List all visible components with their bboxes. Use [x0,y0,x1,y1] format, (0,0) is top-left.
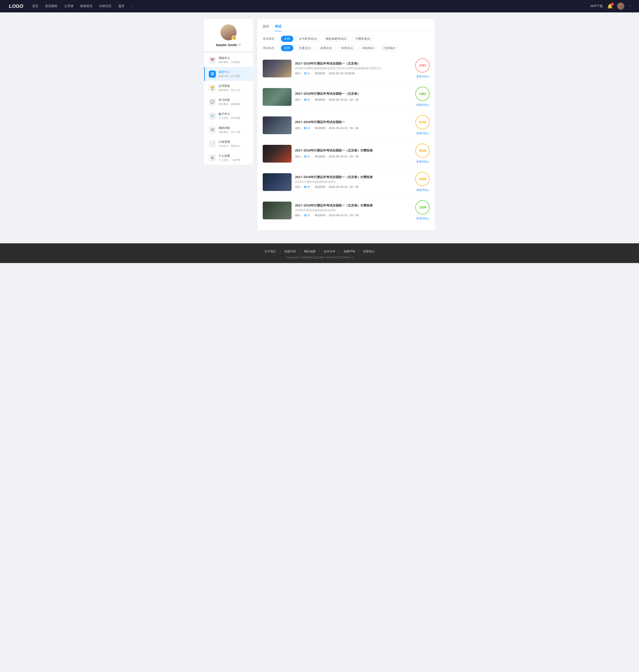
course-center-icon: 📅 [209,57,216,64]
footer-link-sitemap[interactable]: 网站地图 [300,250,320,254]
sidebar-nav: 📅 课程中心 精彩课程，不容错过 ☰ 题库中心 海量习题，助力通关 🏆 证书荣誉… [204,53,253,165]
score-unit: 分 [308,98,310,101]
exam-status-filter-row: 考试状态 全部 已通过(2) 未通过(2) 待考试(2) 待批阅(2) 已批阅(… [263,45,430,51]
messages-icon: 🗨 [209,126,216,133]
score-label: 得分： [295,72,303,75]
sidebar-item-account[interactable]: 💎 账户中心 个人权益，实时掌握 [204,109,253,123]
exam-status-label: 考试状态 [263,46,278,50]
nav-link-bank[interactable]: 题库 [118,4,124,8]
time-value: 2019–05–03 10：09：09 [329,98,358,101]
exam-meta: 得分： 25 分 考试时间： 2019–05–03 10:09:09 [295,71,412,76]
stamp-label: 待批阅 [419,177,426,181]
exam-actions: 待考试 查看详情 ❯ [415,115,430,135]
profile-name: Natalie Smith [216,43,237,47]
footer-link-disclaimer[interactable]: 免费声明 [340,250,359,254]
nav-links: 首页 发现课程 公开课 新闻资讯 问答社区 题库 ··· [32,4,590,8]
exam-thumbnail [263,116,292,134]
avatar-image [617,3,624,10]
filter-tag-cert[interactable]: 证书类考试(4) [296,36,320,42]
nav-bell-button[interactable]: 🔔 [607,3,613,9]
exam-actions: 未通过 查看详情 ❯ [415,58,430,79]
sidebar-item-label: 证书荣誉 [219,84,249,88]
exam-info: 2017–2018年行测证件考试全国统一（北京卷） 得分： 99 分 考试时间：… [295,92,412,102]
exam-title: 2017–2018年行测证件考试全国统一 [295,120,412,124]
nav-link-more[interactable]: ··· [131,4,134,8]
status-filter-reviewed[interactable]: 已批阅(2) [380,45,399,51]
score-value: 99 [304,186,307,189]
bell-badge [611,3,614,6]
footer-link-partners[interactable]: 合作伙伴 [320,250,340,254]
view-detail-link[interactable]: 查看详情 ❯ [416,75,428,79]
nav-link-home[interactable]: 首页 [32,4,38,8]
stamp-label: 待考试 [419,121,426,124]
exam-actions: 待批阅 查看详情 ❯ [415,144,430,164]
exam-desc: 2018年行测考试是最值得多去研究 [295,208,384,212]
sidebar-item-desc: 海量习题，助力通关 [219,75,249,78]
exam-list: 2017–2018年行测证件考试全国统一（北京卷） 2018年行测考试是最值得多… [263,54,430,225]
exam-score: 得分： 99 分 [295,98,310,102]
sidebar-item-text: 课程中心 精彩课程，不容错过 [219,56,249,64]
sidebar-item-settings[interactable]: ⚙ 个人设置 个人信息，一键管理 [204,151,253,165]
tab-exam[interactable]: 考试 [275,25,281,31]
footer: 关于我们 加盟代理 网站地图 合作伙伴 免费声明 招贤纳士 Copyright©… [0,243,639,263]
profile-edit-icon[interactable]: ✏ [238,43,241,47]
exam-score: 得分： 25 分 [295,155,310,159]
sidebar-item-text: 订单管理 订单支出，明明白白 [219,140,249,148]
score-unit: 分 [308,155,310,158]
footer-link-jobs[interactable]: 招贤纳士 [359,250,379,254]
exam-info: 2017–2018年行测证件考试全国统一（北京卷） 2018年行测考试是最值得多… [295,62,412,76]
status-filter-failed[interactable]: 未通过(2) [317,45,336,51]
nav-link-qa[interactable]: 问答社区 [99,4,112,8]
exam-meta: 得分： 99 分 考试时间： 2019–05–03 10：09：09 [295,185,412,189]
sidebar-item-desc: 课后重温、疑难解答 [219,102,249,106]
footer-link-about[interactable]: 关于我们 [261,250,280,254]
exam-title: 2017–2018年行测证件考试全国统一（北京卷）付费批卷 [295,148,412,153]
account-icon: 💎 [209,112,216,119]
filter-tag-all[interactable]: 全部 [281,36,293,42]
nav-app-download[interactable]: APP下载 [590,4,603,8]
status-filter-all[interactable]: 全部 [281,45,293,51]
exam-item: 2017–2018年行测证件考试全国统一（北京卷）付费批卷 得分： 25 分 考… [263,140,430,168]
status-filter-review[interactable]: 待批阅(2) [359,45,378,51]
filter-tag-random[interactable]: 随机抽题考试(5) [322,36,350,42]
sidebar-item-certificate[interactable]: 🏆 证书荣誉 收获荣誉，持证上岗 [204,81,253,95]
score-unit: 分 [308,186,310,189]
exam-desc: 2018年行测考试是最值得多去研究 [295,180,384,184]
footer-link-franchise[interactable]: 加盟代理 [280,250,300,254]
nav-chevron-icon[interactable]: ▾ [629,5,630,8]
nav-link-open[interactable]: 公开课 [64,4,74,8]
view-detail-link[interactable]: 查看详情 ❯ [416,188,428,192]
view-detail-link[interactable]: 查看详情 ❯ [416,103,428,107]
sidebar-item-desc: 个人信息，一键管理 [219,158,249,162]
exam-time: 考试时间： 2019–05–03 10：09：09 [315,126,358,130]
status-stamp-review: 待批阅 [415,172,430,186]
nav-right: APP下载 🔔 ▾ [590,3,630,10]
exam-meta: 得分： 99 分 考试时间： 2019–05–03 10：09：09 [295,98,412,102]
status-filter-passed[interactable]: 已通过(2) [296,45,314,51]
sidebar-item-label: 我的消息 [219,126,249,130]
sidebar-item-desc: 个人权益，实时掌握 [219,116,249,120]
certificate-icon: 🏆 [209,84,216,92]
nav-avatar[interactable] [617,3,624,10]
content-area: 题库 考试 考试类型： 全部 证书类考试(4) 随机抽题考试(5) 付费批卷(6… [258,19,435,230]
status-stamp-pending: 待考试 [415,115,430,129]
tab-question-bank[interactable]: 题库 [263,25,269,31]
filter-tag-paid[interactable]: 付费批卷(6) [352,36,374,42]
view-detail-link[interactable]: 查看详情 ❯ [416,160,428,164]
sidebar-item-messages[interactable]: 🗨 我的消息 消息通知，及时了解 [204,123,253,137]
sidebar-item-qa[interactable]: 💬 学习问答 课后重温、疑难解答 [204,95,253,109]
nav-logo[interactable]: LOGO [9,3,23,9]
view-detail-link[interactable]: 查看详情 ❯ [416,131,428,135]
nav-link-news[interactable]: 新闻资讯 [80,4,93,8]
view-detail-link[interactable]: 查看详情 ❯ [416,217,428,221]
main-container: 🏅 Natalie Smith ✏ 📅 课程中心 精彩课程，不容错过 ☰ 题库中… [200,12,439,239]
sidebar-item-orders[interactable]: 📄 订单管理 订单支出，明明白白 [204,137,253,151]
time-label: 考试时间： [315,214,328,217]
sidebar-item-desc: 收获荣誉，持证上岗 [219,89,249,92]
sidebar-item-label: 学习问答 [219,98,249,102]
sidebar-item-question-bank[interactable]: ☰ 题库中心 海量习题，助力通关 [204,67,253,81]
nav-link-courses[interactable]: 发现课程 [45,4,58,8]
sidebar-item-course-center[interactable]: 📅 课程中心 精彩课程，不容错过 [204,53,253,67]
time-value: 2019–05–03 10:09:09 [329,72,355,75]
status-filter-pending[interactable]: 待考试(2) [338,45,357,51]
